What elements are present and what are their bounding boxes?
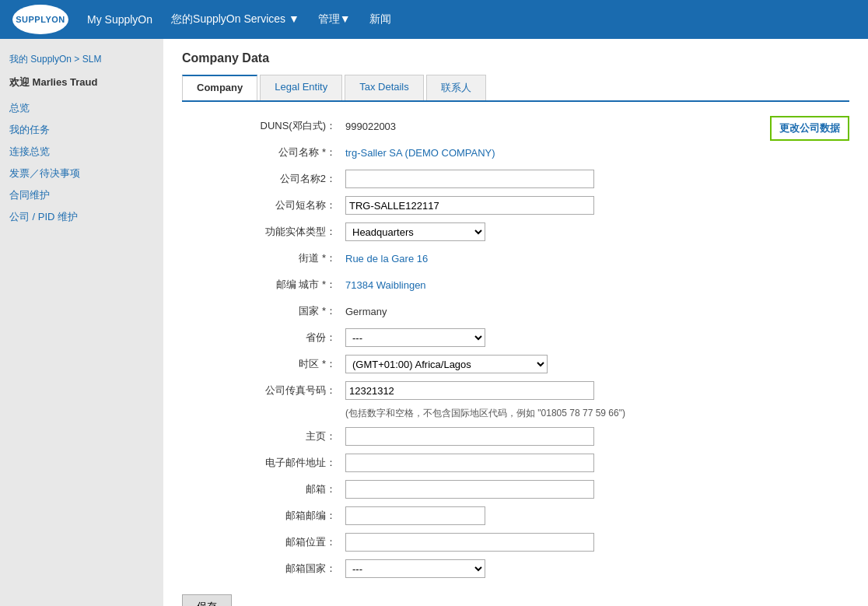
fax-hint: (包括数字和空格，不包含国际地区代码，例如 "01805 78 77 59 66… [345,407,849,420]
company-name2-label: 公司名称2： [182,172,345,186]
country-row: 国家 *： Germany [182,301,849,321]
street-row: 街道 *： Rue de la Gare 16 [182,248,849,268]
page-title: Company Data [182,51,849,65]
timezone-row: 时区 *： (GMT+01:00) Africa/Lagos [182,354,849,374]
company-form: 更改公司数据 DUNS(邓白式)： 999022003 公司名称 *： trg-… [182,116,849,579]
sidebar-item-company-pid[interactable]: 公司 / PID 维护 [0,206,163,228]
pobox-location-input[interactable] [345,533,594,552]
duns-value: 999022003 [345,121,396,132]
logo[interactable]: SUPPLYON [12,5,68,34]
company-short-input[interactable] [345,196,594,215]
pobox-location-label: 邮箱位置： [182,535,345,549]
pobox-label: 邮箱： [182,482,345,496]
city-row: 邮编 城市 *： 71384 Waiblingen [182,275,849,295]
street-value: Rue de la Gare 16 [345,253,428,264]
company-short-label: 公司短名称： [182,198,345,212]
tab-bar: Company Legal Entity Tax Details 联系人 [182,75,849,102]
pobox-zip-label: 邮箱邮编： [182,509,345,523]
pobox-zip-input[interactable] [345,506,485,525]
province-select[interactable]: --- [345,328,485,347]
top-navigation: SUPPLYON My SupplyOn 您的SupplyOn Services… [0,0,868,39]
save-area: 保存 [182,594,849,606]
email-label: 电子邮件地址： [182,456,345,470]
pobox-input[interactable] [345,480,594,499]
pobox-zip-row: 邮箱邮编： [182,506,849,526]
homepage-label: 主页： [182,429,345,443]
sidebar-item-overview[interactable]: 总览 [0,97,163,119]
city-label: 邮编 城市 *： [182,278,345,292]
breadcrumb[interactable]: 我的 SupplyOn > SLM [0,47,163,72]
nav-my-supplyon[interactable]: My SupplyOn [87,13,152,26]
sidebar-item-contracts[interactable]: 合同维护 [0,184,163,206]
sidebar: 我的 SupplyOn > SLM 欢迎 Marlies Traud 总览 我的… [0,39,163,606]
duns-label: DUNS(邓白式)： [182,119,345,133]
province-row: 省份： --- [182,328,849,348]
street-label: 街道 *： [182,251,345,265]
duns-row: DUNS(邓白式)： 999022003 [182,116,849,136]
change-company-data-button[interactable]: 更改公司数据 [770,116,849,141]
tab-legal-entity[interactable]: Legal Entity [260,75,342,100]
tab-tax-details[interactable]: Tax Details [345,75,424,100]
fax-input[interactable] [345,381,594,400]
company-name-row: 公司名称 *： trg-Saller SA (DEMO COMPANY) [182,142,849,163]
sidebar-item-invoices[interactable]: 发票／待决事项 [0,163,163,184]
timezone-label: 时区 *： [182,357,345,371]
country-value: Germany [345,306,387,317]
province-label: 省份： [182,331,345,345]
pobox-location-row: 邮箱位置： [182,532,849,552]
tab-contacts[interactable]: 联系人 [426,75,486,100]
company-name2-row: 公司名称2： [182,169,849,189]
logo-text: SUPPLYON [16,15,65,24]
pobox-row: 邮箱： [182,479,849,499]
company-name-label: 公司名称 *： [182,145,345,159]
pobox-country-label: 邮箱国家： [182,562,345,576]
save-button[interactable]: 保存 [182,594,232,606]
company-short-row: 公司短名称： [182,195,849,215]
company-name-value: trg-Saller SA (DEMO COMPANY) [345,147,495,159]
city-value: 71384 Waiblingen [345,279,426,291]
homepage-input[interactable] [345,427,594,446]
nav-news[interactable]: 新闻 [369,12,391,26]
entity-type-select[interactable]: Headquarters [345,222,485,241]
homepage-row: 主页： [182,426,849,447]
timezone-select[interactable]: (GMT+01:00) Africa/Lagos [345,355,548,373]
sidebar-item-tasks[interactable]: 我的任务 [0,119,163,141]
main-content: Company Data Company Legal Entity Tax De… [163,39,868,606]
nav-manage[interactable]: 管理▼ [318,12,351,26]
entity-type-row: 功能实体类型： Headquarters [182,222,849,242]
fax-label: 公司传真号码： [182,384,345,398]
sidebar-item-connections[interactable]: 连接总览 [0,141,163,163]
email-input[interactable] [345,454,594,472]
fax-row: 公司传真号码： [182,380,849,401]
company-name2-input[interactable] [345,170,594,188]
welcome-text: 欢迎 Marlies Traud [0,72,163,97]
pobox-country-row: 邮箱国家： --- [182,559,849,579]
tab-company[interactable]: Company [182,75,257,100]
country-label: 国家 *： [182,304,345,318]
nav-your-services[interactable]: 您的SupplyOn Services ▼ [171,12,299,26]
pobox-country-select[interactable]: --- [345,559,485,578]
email-row: 电子邮件地址： [182,453,849,473]
entity-type-label: 功能实体类型： [182,225,345,239]
